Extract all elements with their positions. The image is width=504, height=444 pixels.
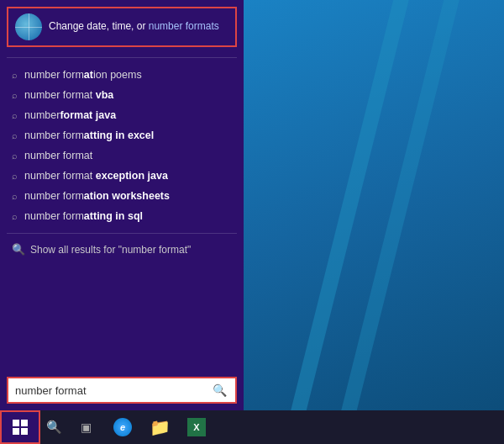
search-icon: ⌕ (12, 90, 18, 100)
folder-icon: 📁 (150, 417, 171, 437)
excel-button[interactable]: X (178, 410, 215, 444)
search-icon: ⌕ (12, 130, 18, 140)
file-explorer-button[interactable]: 📁 (141, 410, 178, 444)
search-button[interactable]: 🔍 (204, 378, 235, 402)
search-box[interactable]: 🔍 (7, 377, 237, 404)
divider (7, 57, 237, 58)
desktop-decoration (244, 0, 504, 410)
search-icon: ⌕ (12, 151, 18, 161)
suggestion-text: number format exception java (24, 170, 168, 182)
search-icon: ⌕ (12, 211, 18, 221)
taskview-button[interactable]: ▣ (67, 410, 104, 444)
suggestion-text: number formation worksheets (24, 190, 170, 202)
internet-explorer-button[interactable]: e (104, 410, 141, 444)
show-all-label: Show all results for "number format" (30, 244, 191, 256)
suggestion-text: number format (24, 150, 92, 161)
suggestion-text: number formation poems (24, 69, 142, 81)
windows-icon (13, 420, 28, 435)
start-panel: Change date, time, or number formats ⌕ n… (0, 0, 244, 410)
search-icon: 🔍 (12, 243, 25, 256)
list-item[interactable]: ⌕ number formatting in sql (0, 206, 244, 226)
excel-icon: X (187, 418, 206, 436)
search-icon: ⌕ (12, 171, 18, 181)
top-result-label: Change date, time, or number formats (49, 20, 219, 34)
globe-clock-icon (15, 13, 42, 40)
taskbar: 🔍 ▣ e 📁 X (0, 410, 504, 444)
search-icon: 🔍 (46, 420, 62, 435)
top-result-item[interactable]: Change date, time, or number formats (7, 7, 237, 47)
suggestion-text: number format vba (24, 89, 113, 101)
suggestion-text: number formatting in sql (24, 210, 143, 222)
list-item[interactable]: ⌕ number format exception java (0, 166, 244, 186)
suggestion-text: number formatting in excel (24, 130, 154, 141)
ie-icon: e (113, 418, 132, 436)
divider (7, 233, 237, 234)
suggestions-list: ⌕ number formation poems ⌕ number format… (0, 61, 244, 370)
suggestion-text: numberformat java (24, 109, 116, 121)
list-item[interactable]: ⌕ number format vba (0, 85, 244, 105)
show-all-results[interactable]: 🔍 Show all results for "number format" (0, 237, 244, 262)
search-input[interactable] (8, 379, 204, 402)
taskview-icon: ▣ (81, 420, 92, 434)
list-item[interactable]: ⌕ number formation poems (0, 65, 244, 85)
search-icon: ⌕ (12, 191, 18, 201)
desktop-area (244, 0, 504, 410)
taskbar-search-button[interactable]: 🔍 (40, 410, 67, 444)
start-button[interactable] (0, 410, 40, 444)
list-item[interactable]: ⌕ number formatting in excel (0, 125, 244, 145)
search-icon: ⌕ (12, 70, 18, 80)
search-icon: ⌕ (12, 110, 18, 120)
list-item[interactable]: ⌕ number format (0, 145, 244, 166)
list-item[interactable]: ⌕ numberformat java (0, 105, 244, 125)
list-item[interactable]: ⌕ number formation worksheets (0, 186, 244, 206)
